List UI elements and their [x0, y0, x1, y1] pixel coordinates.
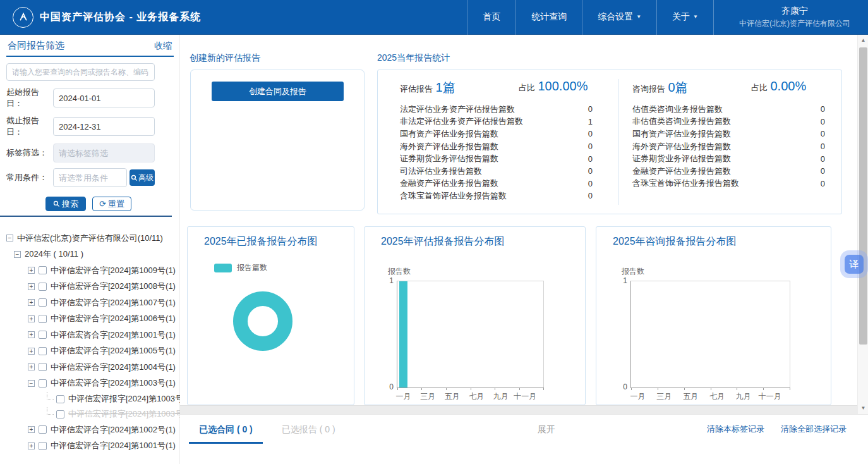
- tree-node-label[interactable]: 中评信宏评合字[2024]第1009号(1): [51, 265, 176, 276]
- divider: [618, 79, 619, 205]
- tree-node[interactable]: −中评信宏(北京)资产评估有限公司(10/11): [0, 230, 180, 246]
- bar[interactable]: [399, 281, 407, 388]
- advanced-search-button[interactable]: 高级: [130, 169, 155, 186]
- stat-row: 非法定评估业务资产评估报告篇数1: [400, 116, 593, 128]
- tree-checkbox[interactable]: [39, 283, 47, 291]
- nav-item-home[interactable]: 首页: [467, 0, 515, 35]
- tree-checkbox[interactable]: [39, 363, 47, 371]
- tree-node[interactable]: +中评信宏评合字[2024]第1004号(1): [0, 359, 180, 375]
- tree-node-label[interactable]: 中评信宏咨合字[2024]第1001号(1): [51, 329, 176, 341]
- tree-checkbox[interactable]: [39, 425, 47, 434]
- translate-button[interactable]: 译: [845, 255, 864, 274]
- tree-node[interactable]: +中评信宏评合字[2024]第1005号(1): [0, 343, 180, 360]
- tree-node-label[interactable]: 中评信宏评合字[2024]第1007号(1): [51, 297, 176, 308]
- tree-checkbox[interactable]: [39, 331, 47, 339]
- scrollbar-thumb[interactable]: [859, 47, 867, 345]
- tree-node[interactable]: +中评信宏评合字[2024]第1008号(1): [0, 279, 180, 295]
- tree-expander-icon[interactable]: +: [28, 283, 35, 290]
- tree-node[interactable]: +中评信宏评合字[2024]第1007号(1): [0, 295, 180, 311]
- nav-item-about[interactable]: 关于 ▼: [656, 0, 713, 35]
- stat-row: 证券期货业务评估报告篇数0: [400, 152, 593, 165]
- filter-panel-title: 合同报告筛选: [8, 40, 64, 52]
- tree-node-label[interactable]: 中评信宏评合字[2024]第1006号(1): [51, 313, 176, 324]
- end-date-input[interactable]: [53, 117, 155, 136]
- stat-row-value: 0: [821, 104, 825, 114]
- tree-node-label[interactable]: 中评信宏评报字[2024]第1003号: [68, 393, 180, 405]
- tree-expander-icon[interactable]: +: [28, 348, 35, 355]
- stat-row: 金融资产评估业务报告篇数0: [400, 178, 593, 190]
- stat-group-count: 1篇: [435, 80, 455, 94]
- tree-node-label[interactable]: 中评信宏评合字[2024]第1004号(1): [51, 362, 176, 373]
- create-contract-report-button[interactable]: 创建合同及报告: [212, 82, 344, 101]
- tree-expander-icon[interactable]: +: [28, 267, 35, 274]
- main-scrollbar[interactable]: ▲ ▼: [857, 35, 868, 414]
- tree-node[interactable]: −2024年 ( 10/11 ): [0, 246, 180, 262]
- tree-node-label[interactable]: 中评信宏评合字[2024]第1003号(1): [51, 377, 176, 389]
- tree-checkbox[interactable]: [39, 347, 47, 355]
- tree-node-label[interactable]: 中评信宏评合字[2024]第1008号(1): [51, 281, 176, 292]
- tree-node[interactable]: +中评信宏评合字[2024]第1001号(1): [0, 438, 180, 455]
- chart-legend[interactable]: 报告篇数: [214, 262, 267, 273]
- tree-checkbox[interactable]: [39, 442, 47, 450]
- tab-selected-reports[interactable]: 已选报告 ( 0 ): [280, 415, 337, 444]
- tree-node-label[interactable]: 中评信宏评合字[2024]第1001号(1): [51, 440, 176, 451]
- tree-expander-icon[interactable]: +: [28, 331, 35, 338]
- tree-node[interactable]: +中评信宏评合字[2024]第1009号(1): [0, 262, 180, 279]
- tree-node-label[interactable]: 中评信宏评合字[2024]第1002号(1): [51, 424, 176, 436]
- clear-all-records-link[interactable]: 清除全部选择记录: [781, 415, 847, 444]
- stat-row-label: 证券期货业务评估报告篇数: [632, 153, 731, 164]
- stat-row: 海外资产评估业务报告篇数0: [400, 140, 593, 153]
- axis-tick: [446, 388, 447, 390]
- tree-checkbox[interactable]: [56, 395, 64, 403]
- stat-row-label: 含珠宝首饰评估业务报告篇数: [632, 178, 739, 189]
- user-info[interactable]: 齐康宁 中评信宏(北京)资产评估有限公司: [713, 0, 868, 35]
- tree-node-label[interactable]: 中评信宏(北京)资产评估有限公司(10/11): [17, 233, 163, 244]
- tree-expander-icon[interactable]: +: [28, 315, 35, 322]
- tree-expander-icon[interactable]: +: [28, 363, 35, 370]
- tab-selected-contracts[interactable]: 已选合同 ( 0 ): [198, 415, 254, 444]
- tag-filter-input[interactable]: [53, 143, 155, 162]
- tree-node[interactable]: +中评信宏评合字[2024]第1002号(1): [0, 422, 180, 438]
- tree-expander-icon[interactable]: +: [28, 426, 35, 433]
- clear-tab-records-link[interactable]: 清除本标签记录: [707, 415, 764, 444]
- common-condition-input[interactable]: [53, 168, 127, 187]
- tree-checkbox[interactable]: [39, 298, 47, 307]
- tree-node-label[interactable]: 中评信宏评合字[2024]第1005号(1): [51, 345, 176, 357]
- tree-checkbox[interactable]: [56, 410, 64, 418]
- tree-expander-icon[interactable]: +: [28, 443, 35, 449]
- tree-node[interactable]: +中评信宏咨合字[2024]第1001号(1): [0, 327, 180, 343]
- tree-node[interactable]: 中评信宏评报字[2024]第1003号: [0, 406, 180, 422]
- donut-ring[interactable]: [233, 291, 292, 351]
- collapse-link[interactable]: 收缩: [154, 40, 172, 52]
- nav-item-settings[interactable]: 综合设置 ▼: [582, 0, 656, 35]
- expand-link[interactable]: 展开: [538, 415, 555, 444]
- tree-node[interactable]: −中评信宏评合字[2024]第1003号(1): [0, 375, 180, 392]
- tree-expander-icon[interactable]: −: [14, 251, 21, 258]
- tree-checkbox[interactable]: [39, 315, 47, 323]
- start-date-input[interactable]: [53, 89, 155, 107]
- tree-expander-icon[interactable]: −: [28, 380, 35, 387]
- stats-card: 评估报告 1篇 占比 100.00% 法定评估业务资产评估报告篇数0非法定评估业…: [377, 70, 842, 214]
- stat-row: 金融资产评估业务报告篇数0: [632, 165, 825, 178]
- stat-row-value: 0: [821, 154, 825, 164]
- search-button[interactable]: 搜索: [45, 197, 86, 211]
- tree-expander-icon[interactable]: +: [28, 299, 35, 306]
- scroll-down-icon[interactable]: ▼: [858, 403, 868, 413]
- reset-button[interactable]: ⟳ 重置: [92, 197, 131, 211]
- scroll-up-icon[interactable]: ▲: [858, 35, 868, 45]
- tree-node-label[interactable]: 2024年 ( 10/11 ): [25, 248, 83, 260]
- filter-panel: 合同报告筛选 收缩 起始报告日： 截止报告日： 标签筛选： 常用条件：: [0, 35, 180, 211]
- advanced-button-label: 高级: [138, 173, 154, 183]
- nav-item-statistics[interactable]: 统计查询: [515, 0, 582, 35]
- search-input[interactable]: [6, 63, 155, 81]
- stat-row-value: 0: [821, 179, 825, 188]
- tree-expander-icon[interactable]: −: [6, 235, 13, 241]
- tree-connector: [47, 407, 54, 415]
- tree-node[interactable]: 中评信宏评报字[2024]第1003号: [0, 391, 180, 406]
- tree-checkbox[interactable]: [39, 379, 47, 388]
- tree-node[interactable]: +中评信宏评合字[2024]第1006号(1): [0, 311, 180, 327]
- search-icon: [53, 200, 60, 207]
- top-navbar: 中国资产评估协会 - 业务报备系统 首页 统计查询 综合设置 ▼ 关于 ▼ 齐康…: [0, 0, 868, 35]
- tree-node-label[interactable]: 中评信宏评报字[2024]第1003号: [68, 408, 180, 420]
- tree-checkbox[interactable]: [39, 266, 47, 274]
